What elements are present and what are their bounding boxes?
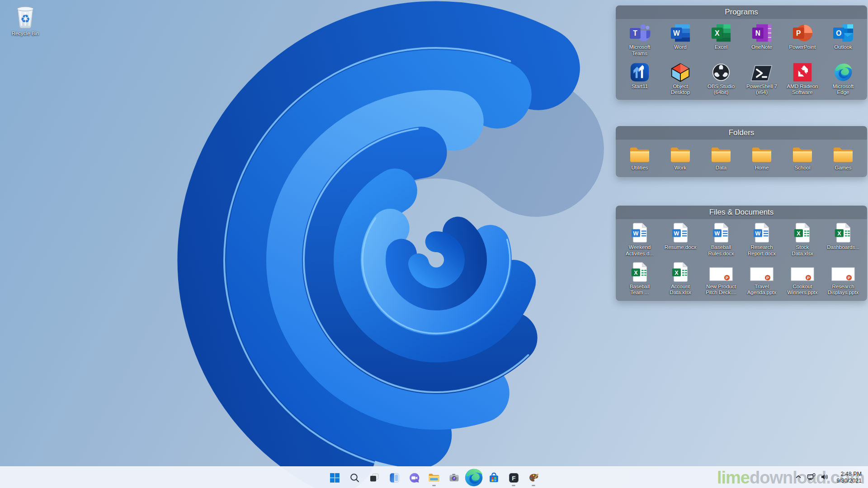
shortcut-label: Baseball Rules.docx [708, 244, 734, 257]
network-icon [807, 472, 816, 483]
svg-text:X: X [675, 269, 679, 276]
onenote-app-icon: N [751, 21, 773, 43]
shortcut-folder[interactable]: Home [741, 142, 782, 171]
clock-date: 9/30/2021 [836, 478, 862, 484]
shortcut-label: AMD Radeon Software [787, 84, 818, 96]
shortcut-folder[interactable]: Utilities [619, 142, 660, 171]
shortcut-word-doc[interactable]: WWeekend Activites.d... [619, 221, 660, 257]
shortcut-start11[interactable]: Start11 [619, 61, 660, 96]
shortcut-excel-doc[interactable]: XDashboards... [823, 221, 863, 257]
shortcut-label: Games [835, 165, 851, 171]
shortcut-pptx-doc[interactable]: PResearch Displays.pptx [823, 261, 863, 296]
powerpoint-app-icon: P [792, 21, 813, 43]
shortcut-ms-teams[interactable]: TMicrosoft Teams [619, 21, 660, 57]
shortcut-powershell7[interactable]: PowerShell 7 (x64) [741, 61, 782, 96]
svg-text:P: P [726, 275, 728, 280]
taskbar: limedownload.com F 2:48 PM 9/30/2021 [0, 466, 868, 488]
shortcut-label: Dashboards... [827, 244, 859, 251]
shortcut-label: Account Data.xlsx [670, 284, 691, 296]
taskbar-button-search[interactable] [344, 468, 364, 487]
shortcut-label: OBS Studio (64bit) [708, 84, 735, 96]
taskbar-button-start[interactable] [325, 468, 344, 487]
fence-programs: ProgramsTMicrosoft TeamsWWordXExcelNOneN… [616, 5, 867, 100]
shortcut-folder[interactable]: Data [701, 142, 741, 171]
outlook-app-icon: O [832, 21, 854, 43]
svg-text:F: F [512, 474, 515, 481]
tray-button-chevron-up[interactable] [792, 469, 805, 487]
taskbar-button-paint-palette[interactable] [524, 468, 543, 487]
tray-button-network[interactable] [805, 469, 818, 487]
shortcut-pptx-doc[interactable]: PNew Product Pitch Deck.... [701, 261, 741, 296]
svg-text:W: W [715, 230, 720, 237]
shortcut-amd-radeon[interactable]: AMD Radeon Software [782, 61, 823, 96]
excel-doc-icon: X [793, 221, 811, 243]
word-doc-icon: W [671, 221, 689, 243]
shortcut-label: Outlook [834, 44, 852, 51]
running-indicator [512, 485, 515, 486]
shortcut-pptx-doc[interactable]: PCookout Winners.pptx [782, 261, 823, 296]
shortcut-excel-doc[interactable]: XStock Data.xlsx [782, 221, 823, 257]
shortcut-label: Word [674, 44, 686, 51]
svg-text:X: X [634, 269, 638, 276]
taskbar-button-store[interactable] [484, 468, 504, 487]
word-doc-icon: W [753, 221, 771, 243]
shortcut-onenote-app[interactable]: NOneNote [741, 21, 782, 57]
taskbar-clock[interactable]: 2:48 PM 9/30/2021 [833, 471, 866, 484]
svg-text:O: O [836, 29, 841, 37]
amd-radeon-icon [793, 61, 812, 82]
edge-app-icon [833, 61, 854, 82]
word-app-icon: W [670, 21, 691, 43]
shortcut-label: Research Displays.pptx [828, 284, 859, 296]
folder-icon [710, 142, 732, 164]
shortcut-word-doc[interactable]: WResearch Report.docx [741, 221, 782, 257]
taskbar-button-file-explorer[interactable] [424, 468, 444, 487]
fence-title-folders[interactable]: Folders [616, 126, 867, 140]
shortcut-label: Microsoft Edge [833, 84, 854, 96]
svg-text:W: W [674, 230, 679, 237]
shortcut-powerpoint-app[interactable]: PPowerPoint [782, 21, 823, 57]
shortcut-folder[interactable]: School [782, 142, 823, 171]
shortcut-folder[interactable]: Games [823, 142, 863, 171]
word-doc-icon: W [631, 221, 649, 243]
desktop-icon-recycle-bin[interactable]: ♻Recycle Bin [4, 4, 47, 37]
taskbar-button-camera[interactable] [444, 468, 464, 487]
taskbar-button-task-view[interactable] [364, 468, 384, 487]
fence-title-programs[interactable]: Programs [616, 5, 867, 19]
taskbar-button-chat[interactable] [404, 468, 424, 487]
taskbar-button-widgets[interactable] [384, 468, 404, 487]
svg-text:X: X [797, 230, 801, 237]
shortcut-excel-app[interactable]: XExcel [701, 21, 741, 57]
fence-folders: FoldersUtilitiesWorkDataHomeSchoolGames [616, 126, 867, 177]
shortcut-obs-studio[interactable]: OBS Studio (64bit) [701, 61, 741, 96]
tray-button-volume[interactable] [818, 469, 831, 487]
shortcut-word-app[interactable]: WWord [660, 21, 701, 57]
shortcut-word-doc[interactable]: WBaseball Rules.docx [701, 221, 741, 257]
shortcut-label: Cookout Winners.pptx [787, 284, 817, 296]
shortcut-label: Home [755, 165, 769, 171]
shortcut-pptx-doc[interactable]: PTravel Agenda.pptx [741, 261, 782, 296]
system-tray: 2:48 PM 9/30/2021 [790, 467, 866, 488]
start-icon [329, 472, 340, 483]
folder-icon [791, 142, 814, 164]
fence-title-files[interactable]: Files & Documents [616, 206, 867, 219]
shortcut-excel-doc[interactable]: XAccount Data.xlsx [660, 261, 701, 296]
svg-text:T: T [633, 29, 637, 37]
folder-icon [832, 142, 854, 164]
svg-text:P: P [766, 275, 769, 280]
pptx-doc-icon: P [750, 261, 774, 282]
shortcut-object-desktop[interactable]: Object Desktop [660, 61, 701, 96]
paint-palette-icon [528, 472, 539, 483]
shortcut-label: School [794, 165, 810, 171]
shortcut-folder[interactable]: Work [660, 142, 701, 171]
svg-text:W: W [633, 230, 639, 237]
shortcut-word-doc[interactable]: WResume.docx [660, 221, 701, 257]
object-desktop-icon [670, 61, 691, 82]
shortcut-label: OneNote [751, 44, 772, 51]
taskbar-button-fences-app[interactable]: F [504, 468, 524, 487]
shortcut-excel-doc[interactable]: XBaseball Team ... [619, 261, 660, 296]
svg-text:W: W [673, 29, 680, 37]
taskbar-button-edge-app[interactable] [464, 468, 484, 487]
shortcut-label: Data [716, 165, 726, 171]
shortcut-edge-app[interactable]: Microsoft Edge [823, 61, 863, 96]
shortcut-outlook-app[interactable]: OOutlook [823, 21, 863, 57]
